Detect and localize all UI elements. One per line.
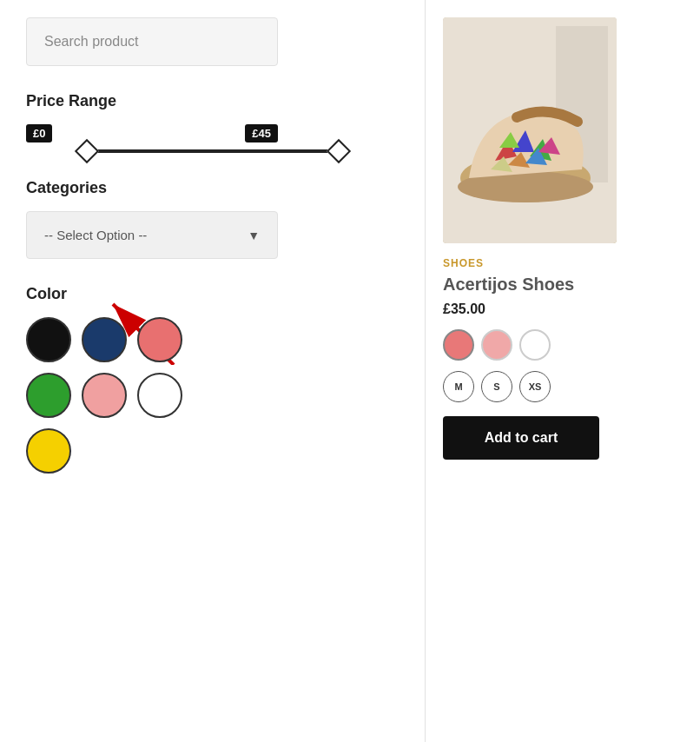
select-option-text: -- Select Option -- [44,228,147,242]
product-size-options: M S XS [443,371,683,402]
product-color-swatches [443,329,683,361]
category-select[interactable]: -- Select Option -- ▼ [26,211,278,259]
chevron-down-icon: ▼ [248,229,260,242]
color-swatch-green[interactable] [26,373,71,418]
size-m-button[interactable]: M [443,371,474,402]
color-swatch-pink-red[interactable] [137,317,182,362]
color-swatch-salmon[interactable] [82,373,127,418]
price-min-badge: £0 [26,124,52,142]
product-price: £35.00 [443,301,683,317]
size-s-button[interactable]: S [481,371,512,402]
add-to-cart-button[interactable]: Add to cart [443,416,599,460]
color-swatch-navy[interactable] [82,317,127,362]
price-max-badge: £45 [245,124,278,142]
color-filter-section: Color [26,285,399,474]
color-swatch-black[interactable] [26,317,71,362]
range-thumb-right[interactable] [326,139,350,163]
product-color-salmon[interactable] [481,329,512,361]
categories-section: Categories -- Select Option -- ▼ [26,179,399,259]
color-swatch-white[interactable] [137,373,182,418]
color-swatch-yellow[interactable] [26,428,71,474]
size-xs-button[interactable]: XS [519,371,551,402]
price-range-section: Price Range £0 £45 [26,92,399,153]
product-color-white[interactable] [519,329,551,361]
price-labels: £0 £45 [26,124,278,142]
product-category: SHOES [443,257,683,269]
price-range-track[interactable] [87,149,339,153]
product-image [443,17,617,243]
product-name: Acertijos Shoes [443,275,683,295]
left-panel: Search product Price Range £0 £45 Catego… [0,0,426,742]
categories-label: Categories [26,179,399,197]
right-panel: SHOES Acertijos Shoes £35.00 M S XS Add … [426,0,700,742]
range-thumb-left[interactable] [74,139,98,163]
color-grid [26,317,399,474]
product-image-svg [443,17,617,243]
search-input[interactable]: Search product [26,17,278,66]
price-range-label: Price Range [26,92,399,110]
product-color-pink[interactable] [443,329,474,361]
color-filter-label: Color [26,285,399,303]
